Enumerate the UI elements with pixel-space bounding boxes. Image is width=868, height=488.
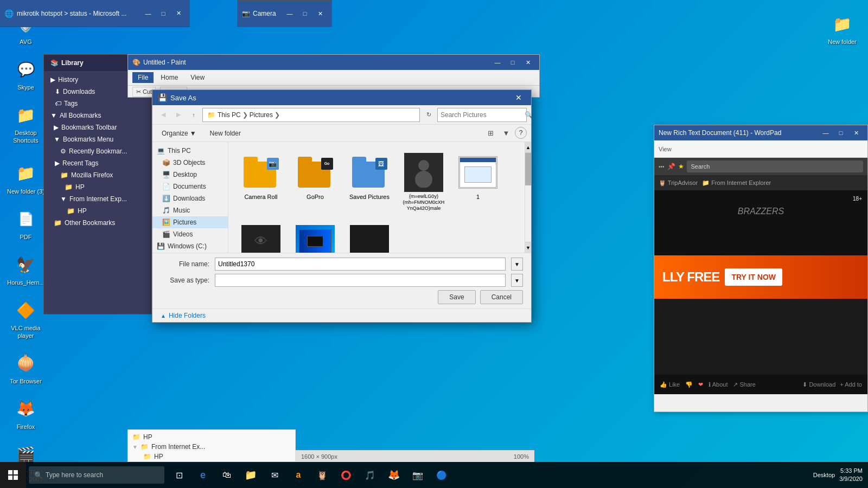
dialog-breadcrumb[interactable]: 📁 This PC ❯ Pictures ❯ [202, 108, 420, 122]
sidebar-from-internet[interactable]: ▼ From Internet Exp... [44, 193, 151, 205]
mail-btn[interactable]: ✉ [263, 463, 286, 487]
dislike-btn[interactable]: 👎 [685, 381, 693, 388]
taskbar-search-box[interactable]: 🔍 Type here to search [29, 466, 164, 484]
scrollbar-thumb[interactable] [525, 153, 531, 185]
dialog-help-btn[interactable]: ? [515, 127, 527, 139]
sidebar-recent-tags[interactable]: ▶ Recent Tags [44, 157, 151, 169]
sidebar-bookmarks-toolbar[interactable]: ▶ Bookmarks Toolbar [44, 121, 151, 133]
file-item-dark-image[interactable]: (m=ewlLG0y)(mh=FMNOM0cXHYnQa42O)male [399, 150, 448, 214]
camera-max-btn[interactable]: □ [298, 8, 312, 19]
origin-btn[interactable]: ⭕ [334, 463, 358, 487]
camera-taskbar-btn[interactable]: 📷 [406, 463, 430, 487]
paint-file-tab[interactable]: File [132, 72, 154, 83]
mikrotik-close-btn[interactable]: ✕ [171, 8, 186, 19]
dialog-search-box[interactable]: 🔍 [437, 108, 527, 122]
filetype-dropdown-btn[interactable]: ▼ [511, 274, 523, 287]
try-now-btn[interactable]: TRY IT NOW [725, 268, 782, 286]
desktop-icon-vlc[interactable]: 🔶 VLC media player [5, 297, 46, 339]
sidebar-documents[interactable]: 📄 Documents [152, 181, 228, 192]
desktop-icon-pdf[interactable]: 📄 PDF [5, 206, 46, 241]
folder-tree-hp[interactable]: 📁 HP [132, 432, 291, 442]
task-view-btn[interactable]: ⊡ [167, 463, 191, 487]
folder-tree-hp2[interactable]: 📁 HP [132, 452, 291, 461]
tripadvisor-bookmark[interactable]: 🦉 TripAdvisor [659, 179, 698, 187]
folder-tree-from-internet[interactable]: ▼ 📁 From Internet Ex... [132, 442, 291, 452]
paint-min-btn[interactable]: — [490, 57, 505, 68]
scrollbar-down-btn[interactable]: ▼ [525, 242, 531, 253]
dialog-forward-btn[interactable]: ▶ [172, 108, 185, 121]
desktop-icon-new-folder[interactable]: 📁 New folder (3) [5, 160, 46, 195]
desktop-icon-right-new-folder[interactable]: 📁 New folder [822, 11, 863, 46]
mikrotik-min-btn[interactable]: — [141, 8, 155, 19]
wordpad-min-btn[interactable]: — [819, 127, 833, 138]
paint-max-btn[interactable]: □ [506, 57, 520, 68]
firefox-taskbar-btn[interactable]: 🦊 [382, 463, 406, 487]
file-item-camera-roll[interactable]: 📷 Camera Roll [237, 150, 285, 214]
sidebar-dialog-downloads[interactable]: ⬇️ Downloads [152, 192, 228, 204]
scrollbar-up-btn[interactable]: ▲ [525, 142, 531, 153]
about-btn[interactable]: ℹ About [709, 381, 727, 388]
desktop-icon-skype[interactable]: 💬 Skype [5, 56, 46, 91]
filename-dropdown-btn[interactable]: ▼ [511, 258, 523, 271]
sidebar-recently-bookmarked[interactable]: ⚙ Recently Bookmar... [44, 145, 151, 157]
dialog-refresh-btn[interactable]: ↻ [422, 108, 435, 121]
share-btn[interactable]: ↗ Share [733, 381, 755, 388]
cancel-button[interactable]: Cancel [480, 290, 523, 304]
wordpad-max-btn[interactable]: □ [834, 127, 848, 138]
heart-btn[interactable]: ❤ [698, 381, 703, 388]
sidebar-other-bookmarks[interactable]: 📁 Other Bookmarks [44, 217, 151, 229]
start-button[interactable] [0, 462, 26, 488]
organize-btn[interactable]: Organize ▼ [157, 127, 201, 139]
file-item-screenshot[interactable]: 1 [454, 150, 502, 214]
winamp-btn[interactable]: 🎵 [358, 463, 382, 487]
store-btn[interactable]: 🛍 [215, 463, 239, 487]
amazon-btn[interactable]: a [286, 463, 310, 487]
sidebar-mozilla-firefox[interactable]: 📁 Mozilla Firefox [44, 169, 151, 181]
file-item-blue-screen[interactable] [291, 219, 340, 253]
filename-input[interactable] [215, 258, 506, 271]
view-icon-btn[interactable]: ⊞ [483, 127, 497, 140]
mikrotik-max-btn[interactable]: □ [156, 8, 170, 19]
sidebar-videos[interactable]: 🎬 Videos [152, 228, 228, 240]
like-btn[interactable]: 👍 Like [660, 381, 680, 388]
sidebar-hp-1[interactable]: 📁 HP [44, 181, 151, 193]
search-bar[interactable]: Search [687, 160, 863, 172]
explorer-btn[interactable]: 📁 [239, 463, 263, 487]
view-dropdown-btn[interactable]: ▼ [499, 127, 513, 140]
hide-folders-toggle[interactable]: ▲ Hide Folders [152, 309, 531, 322]
dialog-scrollbar[interactable]: ▲ ▼ [525, 142, 531, 253]
file-item-dark-image2[interactable] [345, 219, 394, 253]
file-item-video-dark[interactable]: 👁 [237, 219, 285, 253]
sidebar-desktop[interactable]: 🖥️ Desktop [152, 169, 228, 181]
sidebar-hp-2[interactable]: 📁 HP [44, 205, 151, 217]
add-to-btn[interactable]: + Add to [840, 381, 862, 388]
sidebar-3d-objects[interactable]: 📦 3D Objects [152, 157, 228, 169]
save-button[interactable]: Save [438, 290, 475, 304]
camera-min-btn[interactable]: — [283, 8, 297, 19]
sidebar-music[interactable]: 🎵 Music [152, 204, 228, 216]
from-ie-bookmark[interactable]: 📁 From Internet Explorer [702, 179, 771, 187]
desktop-icon-shortcuts[interactable]: 📁 Desktop Shortcuts [5, 102, 46, 144]
save-dialog-close-btn[interactable]: ✕ [512, 92, 526, 104]
sidebar-all-bookmarks[interactable]: ▼ All Bookmarks [44, 110, 151, 121]
desktop-icon-tor[interactable]: 🧅 Tor Browser [5, 350, 46, 385]
tripadvisor-btn[interactable]: 🦉 [310, 463, 334, 487]
sidebar-pictures[interactable]: 🖼️ Pictures [152, 216, 228, 228]
edge-btn[interactable]: e [191, 463, 215, 487]
paint-close-btn[interactable]: ✕ [521, 57, 535, 68]
paint-home-tab[interactable]: Home [155, 72, 183, 83]
filetype-input[interactable] [215, 274, 506, 287]
sidebar-this-pc[interactable]: 💻 This PC [152, 145, 228, 157]
sidebar-tags[interactable]: 🏷 Tags [44, 98, 151, 110]
paint-view-tab[interactable]: View [185, 72, 210, 83]
file-item-gopro[interactable]: Go GoPro [291, 150, 340, 214]
dialog-up-btn[interactable]: ↑ [187, 108, 200, 121]
new-folder-btn[interactable]: New folder [204, 127, 247, 139]
chrome-taskbar-btn[interactable]: 🔵 [430, 463, 454, 487]
camera-close-btn[interactable]: ✕ [313, 8, 327, 19]
desktop-icon-horus[interactable]: 🦅 Horus_Hern... [5, 252, 46, 286]
desktop-icon-firefox[interactable]: 🦊 Firefox [5, 396, 46, 431]
dialog-search-input[interactable] [441, 111, 522, 119]
sidebar-bookmarks-menu[interactable]: ▼ Bookmarks Menu [44, 133, 151, 145]
sidebar-windows-c[interactable]: 💾 Windows (C:) [152, 240, 228, 252]
